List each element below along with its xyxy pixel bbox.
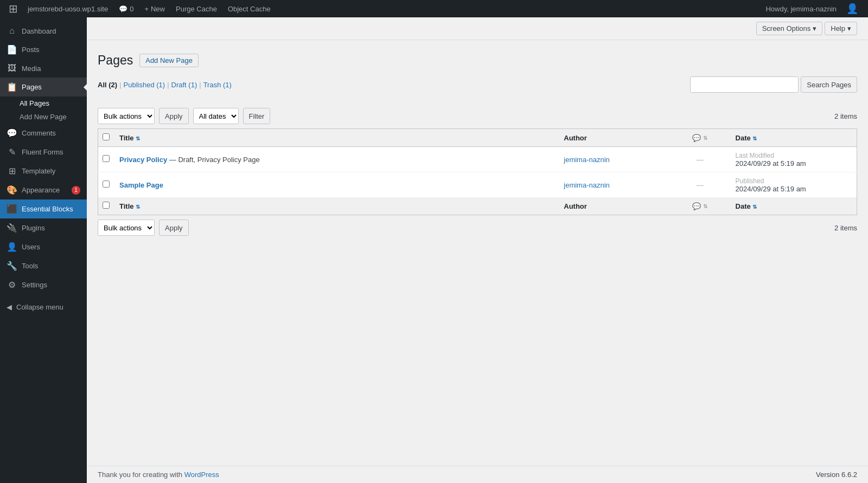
sidebar-item-essential-blocks[interactable]: ⬛ Essential Blocks (0, 199, 87, 218)
search-box: Search Pages (690, 76, 857, 93)
sidebar-label-users: Users (22, 243, 40, 251)
settings-icon: ⚙ (7, 280, 17, 290)
row-date-0: Last Modified 2024/09/29 at 5:19 am (730, 147, 857, 172)
author-column-header: Author (558, 129, 670, 147)
sidebar-label-appearance: Appearance (22, 186, 60, 194)
sidebar-item-posts[interactable]: 📄 Posts (0, 40, 87, 59)
screen-options-button[interactable]: Screen Options ▾ (756, 22, 823, 35)
title-column-footer[interactable]: Title ⇅ (114, 197, 558, 215)
sidebar-label-essential-blocks: Essential Blocks (22, 205, 73, 213)
page-footer: Thank you for creating with WordPress Ve… (87, 466, 868, 483)
select-all-checkbox[interactable] (103, 133, 110, 140)
select-all-footer (98, 197, 114, 215)
sidebar-item-fluent-forms[interactable]: ✎ Fluent Forms (0, 143, 87, 162)
select-all-checkbox-footer[interactable] (103, 202, 110, 209)
essential-blocks-icon: ⬛ (7, 204, 17, 214)
wordpress-link[interactable]: WordPress (184, 471, 219, 479)
search-pages-button[interactable]: Search Pages (801, 76, 857, 93)
date-column-header[interactable]: Date ⇅ (730, 129, 857, 147)
comments-icon: 💬 (7, 128, 17, 138)
sidebar-item-settings[interactable]: ⚙ Settings (0, 275, 87, 294)
templately-icon: ⊞ (7, 166, 17, 176)
sidebar-item-media[interactable]: 🖼 Media (0, 59, 87, 78)
object-cache-link[interactable]: Object Cache (222, 0, 276, 17)
sidebar-item-dashboard[interactable]: ⌂ Dashboard (0, 22, 87, 40)
date-column-footer[interactable]: Date ⇅ (730, 197, 857, 215)
collapse-menu-button[interactable]: ◀ Collapse menu (0, 299, 87, 315)
comments-count: 0 (130, 5, 133, 13)
purge-cache-link[interactable]: Purge Cache (170, 0, 222, 17)
admin-sidebar: ⌂ Dashboard 📄 Posts 🖼 Media 📋 Pages All … (0, 17, 87, 483)
sidebar-item-appearance[interactable]: 🎨 Appearance 1 (0, 181, 87, 199)
howdy-text: Howdy, jemima-naznin (761, 5, 841, 13)
screen-options-chevron-icon: ▾ (813, 24, 816, 33)
appearance-badge: 1 (72, 186, 80, 195)
bottom-table-controls: Bulk actions Apply 2 items (98, 220, 857, 236)
sidebar-label-pages: Pages (22, 83, 42, 91)
sidebar-item-pages[interactable]: 📋 Pages (0, 78, 87, 96)
sidebar-item-comments[interactable]: 💬 Comments (0, 124, 87, 143)
sidebar-label-settings: Settings (22, 281, 47, 289)
table-row: Sample Page jemima-naznin — Published 20… (98, 172, 857, 198)
filter-draft[interactable]: Draft (1) (171, 81, 197, 89)
new-content-link[interactable]: + New (139, 0, 170, 17)
bulk-actions-select-top[interactable]: Bulk actions (98, 108, 155, 124)
sidebar-label-media: Media (22, 65, 41, 73)
admin-bar: ⊞ jemstorebd-uoso.wp1.site 💬 0 + New Pur… (0, 0, 868, 17)
filter-trash[interactable]: Trash (1) (203, 81, 232, 89)
plus-icon: + (144, 5, 149, 13)
user-avatar[interactable]: 👤 (841, 0, 864, 17)
row-comments-1: — (670, 172, 730, 198)
help-button[interactable]: Help ▾ (825, 22, 857, 35)
wp-logo-icon[interactable]: ⊞ (4, 2, 22, 15)
comments-column-header[interactable]: 💬 ⇅ (670, 129, 730, 147)
top-table-controls: Bulk actions Apply All dates Filter 2 it… (98, 108, 857, 124)
row-checkbox-1 (98, 172, 114, 198)
sidebar-label-fluent-forms: Fluent Forms (22, 148, 63, 156)
row-author-1: jemima-naznin (558, 172, 670, 198)
site-name-link[interactable]: jemstorebd-uoso.wp1.site (22, 0, 113, 17)
sidebar-item-tools[interactable]: 🔧 Tools (0, 256, 87, 275)
comments-column-footer[interactable]: 💬 ⇅ (670, 197, 730, 215)
date-label-1: Published (736, 177, 764, 185)
appearance-icon: 🎨 (7, 185, 17, 195)
row-author-0: jemima-naznin (558, 147, 670, 172)
sidebar-label-templately: Templately (22, 167, 55, 175)
top-item-count: 2 items (834, 112, 857, 120)
bulk-actions-select-bottom[interactable]: Bulk actions (98, 220, 155, 236)
page-title-link-1[interactable]: Sample Page (119, 181, 163, 189)
sidebar-label-posts: Posts (22, 46, 40, 54)
table-row: Privacy Policy — Draft, Privacy Policy P… (98, 147, 857, 172)
row-title-0: Privacy Policy — Draft, Privacy Policy P… (114, 147, 558, 172)
filter-button[interactable]: Filter (243, 108, 271, 124)
author-link-1[interactable]: jemima-naznin (564, 181, 610, 189)
sidebar-item-add-new-page[interactable]: Add New Page (0, 110, 87, 124)
filter-published[interactable]: Published (1) (124, 81, 165, 89)
sidebar-label-plugins: Plugins (22, 224, 45, 232)
sidebar-item-all-pages[interactable]: All Pages (0, 96, 87, 110)
date-filter-select[interactable]: All dates (193, 108, 239, 124)
apply-button-top[interactable]: Apply (159, 108, 189, 124)
row-select-1[interactable] (103, 181, 110, 188)
add-new-page-button[interactable]: Add New Page (139, 54, 199, 67)
page-title-link-0[interactable]: Privacy Policy (119, 156, 167, 164)
author-link-0[interactable]: jemima-naznin (564, 156, 610, 164)
main-content: Screen Options ▾ Help ▾ Pages Add New Pa… (87, 17, 868, 483)
bottom-item-count: 2 items (834, 224, 857, 232)
footer-thanks: Thank you for creating with WordPress (98, 471, 219, 479)
page-title: Pages (98, 53, 133, 68)
row-select-0[interactable] (103, 155, 110, 162)
comments-link[interactable]: 💬 0 (113, 0, 139, 17)
date-sort-icon-footer: ⇅ (752, 204, 757, 210)
apply-button-bottom[interactable]: Apply (159, 220, 189, 236)
media-icon: 🖼 (7, 63, 17, 73)
row-title-1: Sample Page (114, 172, 558, 198)
page-header: Pages Add New Page (98, 53, 857, 68)
sidebar-item-plugins[interactable]: 🔌 Plugins (0, 218, 87, 237)
sidebar-item-users[interactable]: 👤 Users (0, 237, 87, 256)
row-comments-0: — (670, 147, 730, 172)
search-input[interactable] (690, 76, 799, 93)
filter-all[interactable]: All (2) (98, 81, 117, 89)
title-column-header[interactable]: Title ⇅ (114, 129, 558, 147)
sidebar-item-templately[interactable]: ⊞ Templately (0, 162, 87, 181)
